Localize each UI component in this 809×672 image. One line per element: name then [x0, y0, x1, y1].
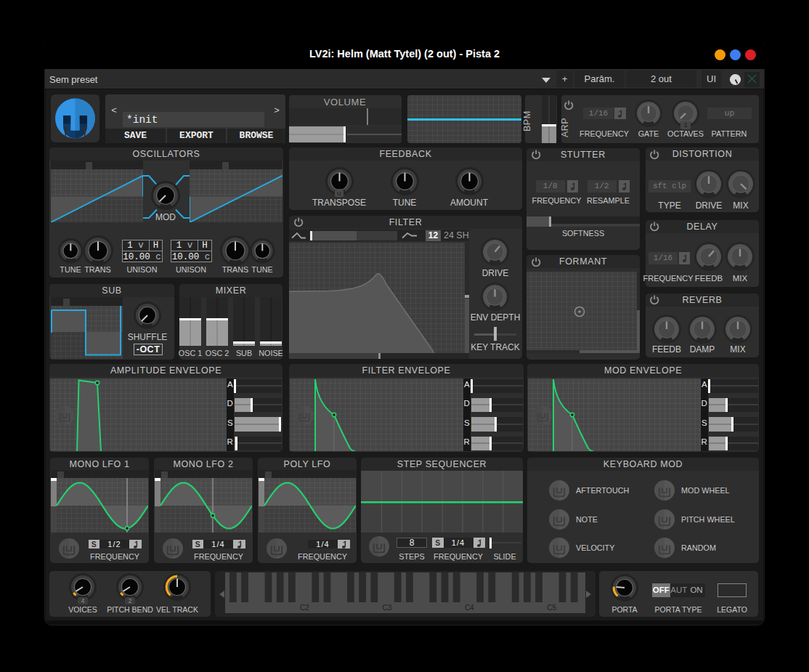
svg-text:C3: C3 [383, 604, 392, 612]
svg-text:C2: C2 [300, 604, 309, 612]
svg-text:C4: C4 [465, 604, 474, 612]
